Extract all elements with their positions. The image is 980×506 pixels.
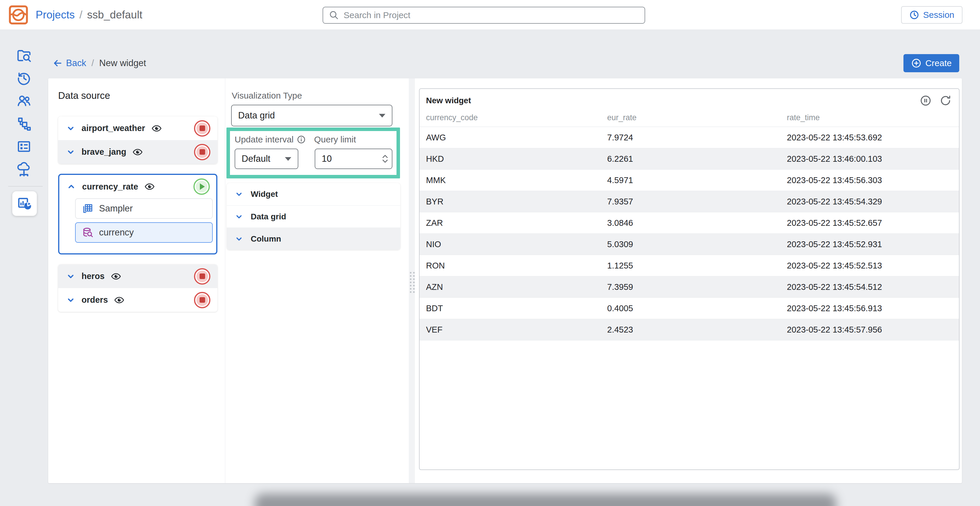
project-search	[323, 7, 645, 24]
stop-button[interactable]	[194, 120, 210, 137]
update-interval-label: Update interval	[235, 134, 294, 144]
cell-rate-time: 2023-05-22 13:45:52.513	[787, 261, 959, 271]
accordion-section-widget[interactable]: Widget	[227, 183, 400, 205]
search-icon	[329, 10, 339, 20]
cell-eur-rate: 7.9357	[607, 197, 787, 206]
accordion-section-label: Column	[251, 234, 281, 244]
data-source-name: heros	[81, 271, 105, 281]
query-limit-field	[315, 148, 392, 169]
chevron-down-icon[interactable]	[66, 272, 75, 281]
data-source-group-brave-jang[interactable]: brave_jang	[58, 140, 217, 164]
arrow-left-icon	[52, 58, 62, 68]
table-row: VEF 2.4523 2023-05-22 13:45:57.956	[420, 319, 959, 340]
plus-circle-icon	[911, 58, 921, 69]
cell-rate-time: 2023-05-22 13:45:56.913	[787, 303, 959, 313]
session-button[interactable]: Session	[901, 6, 963, 24]
cell-eur-rate: 3.0846	[607, 218, 787, 228]
preview-table-body: AWG 7.9724 2023-05-22 13:45:53.692 HKD 6…	[420, 127, 959, 340]
data-source-group-currency-rate-expanded: currency_rate Sampler	[58, 174, 217, 254]
table-row: HKD 6.2261 2023-05-22 13:46:00.103	[420, 148, 959, 170]
breadcrumb-project-name: ssb_default	[87, 9, 142, 21]
data-source-title: Data source	[58, 90, 217, 101]
data-source-name: airport_weather	[81, 123, 145, 133]
rail-divider	[8, 186, 43, 187]
cell-rate-time: 2023-05-22 13:45:52.931	[787, 239, 959, 249]
column-header: eur_rate	[607, 113, 787, 122]
data-source-item-label: currency	[99, 227, 134, 238]
eye-icon[interactable]	[114, 296, 124, 304]
back-link[interactable]: Back	[52, 58, 86, 69]
info-icon[interactable]	[297, 136, 305, 144]
page-toolbar: Back / New widget Create	[52, 54, 959, 73]
breadcrumb-separator: /	[80, 9, 83, 21]
accordion-section-column[interactable]: Column	[227, 228, 400, 250]
data-source-item-sampler[interactable]: Sampler	[75, 198, 213, 219]
visualization-type-select[interactable]: Data grid	[231, 105, 392, 126]
accordion-section-data-grid[interactable]: Data grid	[227, 205, 400, 228]
cell-currency-code: BDT	[426, 303, 607, 313]
chevron-down-icon[interactable]	[66, 296, 75, 305]
tutorial-highlight-box: Update interval Query limit Default	[226, 128, 400, 179]
cell-rate-time: 2023-05-22 13:45:54.329	[787, 197, 959, 206]
ssb-logo[interactable]	[8, 5, 29, 25]
create-button-label: Create	[925, 58, 952, 68]
search-input[interactable]	[344, 10, 639, 20]
table-row: AWG 7.9724 2023-05-22 13:45:53.692	[420, 127, 959, 148]
cell-eur-rate: 5.0309	[607, 239, 787, 249]
cell-eur-rate: 2.4523	[607, 325, 787, 335]
visualization-type-label: Visualization Type	[232, 91, 409, 101]
page-title: New widget	[99, 58, 146, 69]
update-interval-label-row: Update interval	[235, 134, 314, 144]
pause-icon[interactable]	[920, 95, 932, 107]
session-button-label: Session	[923, 10, 954, 20]
cell-currency-code: NIO	[426, 239, 607, 249]
stop-button[interactable]	[194, 268, 210, 284]
visualization-type-value: Data grid	[238, 110, 275, 121]
forms-icon[interactable]	[0, 135, 48, 158]
chevron-down-icon[interactable]	[235, 190, 243, 198]
cell-currency-code: BYR	[426, 197, 607, 206]
table-row: MMK 4.5971 2023-05-22 13:45:56.303	[420, 170, 959, 191]
chevron-down-icon[interactable]	[66, 148, 75, 156]
eye-icon[interactable]	[145, 183, 154, 190]
chevron-down-icon[interactable]	[235, 212, 243, 221]
widgets-dashboard-icon-active[interactable]	[12, 191, 37, 216]
eye-icon[interactable]	[133, 148, 143, 156]
eye-icon[interactable]	[152, 125, 162, 132]
cell-eur-rate: 1.1255	[607, 261, 787, 271]
panel-resize-handle[interactable]	[409, 78, 415, 483]
preview-title: New widget	[426, 96, 471, 105]
create-button[interactable]: Create	[904, 54, 959, 72]
chevron-up-icon[interactable]	[67, 182, 76, 191]
cell-currency-code: VEF	[426, 325, 607, 335]
chevron-down-icon[interactable]	[235, 235, 243, 243]
data-source-item-currency[interactable]: currency	[75, 222, 213, 243]
cloud-connectors-icon[interactable]	[0, 158, 48, 181]
data-source-group-airport-weather[interactable]: airport_weather	[58, 117, 217, 140]
query-limit-input[interactable]	[322, 153, 366, 164]
refresh-icon[interactable]	[940, 95, 951, 107]
number-spinner[interactable]	[382, 155, 388, 163]
data-source-group-orders[interactable]: orders	[58, 288, 217, 312]
table-row: RON 1.1255 2023-05-22 13:45:52.513	[420, 255, 959, 276]
stop-button[interactable]	[194, 144, 210, 160]
database-search-icon	[82, 227, 93, 238]
back-link-label: Back	[66, 58, 86, 69]
play-button[interactable]	[193, 179, 210, 195]
breadcrumb-projects-link[interactable]: Projects	[36, 9, 75, 21]
cell-rate-time: 2023-05-22 13:45:53.692	[787, 133, 959, 142]
update-interval-select[interactable]: Default	[235, 148, 298, 169]
eye-icon[interactable]	[111, 273, 121, 280]
project-explorer-icon[interactable]	[0, 44, 48, 67]
stop-button[interactable]	[194, 292, 210, 308]
preview-panel: New widget currency_code eur_rate rate_t…	[415, 78, 962, 483]
users-icon[interactable]	[0, 89, 48, 112]
update-interval-value: Default	[242, 153, 270, 164]
history-icon[interactable]	[0, 67, 48, 89]
data-source-group-currency-rate[interactable]: currency_rate	[59, 175, 216, 198]
job-flow-icon[interactable]	[0, 112, 48, 135]
chevron-down-icon[interactable]	[66, 124, 75, 133]
data-source-group-heros[interactable]: heros	[58, 264, 217, 288]
breadcrumb: Projects / ssb_default	[36, 9, 142, 21]
cell-eur-rate: 6.2261	[607, 154, 787, 164]
